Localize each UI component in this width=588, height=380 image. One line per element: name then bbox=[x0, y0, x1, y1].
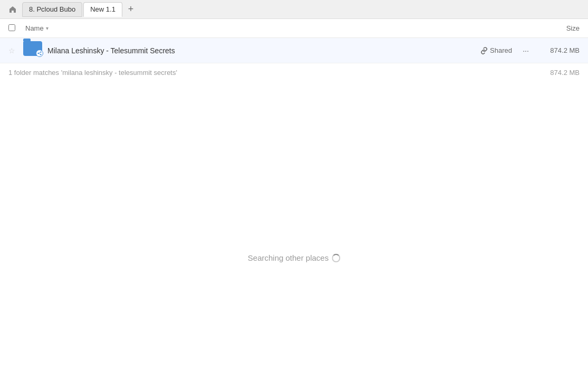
star-icon: ☆ bbox=[8, 46, 15, 55]
file-row[interactable]: ☆ Milana Leshinsky - Telesummit Secrets … bbox=[0, 38, 588, 63]
column-header: Name ▾ Size bbox=[0, 19, 588, 38]
tab-bar: 8. Pcloud Bubo New 1.1 + bbox=[0, 0, 588, 19]
new-tab-icon: + bbox=[128, 4, 134, 15]
select-all-checkbox[interactable] bbox=[8, 24, 21, 33]
name-column-label: Name bbox=[25, 24, 44, 32]
shared-label: Shared bbox=[490, 46, 512, 54]
name-column-header[interactable]: Name ▾ bbox=[25, 24, 537, 32]
svg-line-3 bbox=[38, 52, 41, 53]
tab-new-1-1-label: New 1.1 bbox=[90, 5, 115, 13]
folder-icon-container bbox=[23, 41, 42, 60]
home-icon bbox=[8, 5, 17, 14]
more-dots-icon: ··· bbox=[523, 46, 529, 55]
loading-spinner bbox=[332, 254, 340, 262]
more-options-button[interactable]: ··· bbox=[518, 43, 533, 58]
name-sort-icon: ▾ bbox=[46, 25, 49, 31]
new-tab-button[interactable]: + bbox=[123, 2, 138, 17]
svg-line-4 bbox=[38, 53, 41, 54]
size-column-header[interactable]: Size bbox=[537, 24, 580, 32]
size-column-label: Size bbox=[566, 24, 580, 32]
tab-new-1-1[interactable]: New 1.1 bbox=[83, 2, 122, 17]
shared-badge: Shared bbox=[480, 46, 512, 54]
searching-text: Searching other places bbox=[248, 253, 329, 262]
matches-text: 1 folder matches 'milana leshinsky - tel… bbox=[8, 69, 177, 77]
share-badge-icon bbox=[36, 50, 43, 57]
tab-pcloud-bubo-label: 8. Pcloud Bubo bbox=[29, 5, 75, 13]
home-tab[interactable] bbox=[4, 2, 21, 17]
file-name: Milana Leshinsky - Telesummit Secrets bbox=[47, 46, 480, 55]
star-button[interactable]: ☆ bbox=[8, 46, 21, 55]
tab-pcloud-bubo[interactable]: 8. Pcloud Bubo bbox=[22, 2, 82, 17]
search-status: Searching other places bbox=[248, 253, 340, 262]
file-size: 874.2 MB bbox=[537, 46, 580, 54]
link-icon bbox=[480, 47, 488, 54]
folder-icon bbox=[23, 41, 42, 56]
status-row: 1 folder matches 'milana leshinsky - tel… bbox=[0, 63, 588, 82]
matches-size: 874.2 MB bbox=[550, 69, 580, 77]
